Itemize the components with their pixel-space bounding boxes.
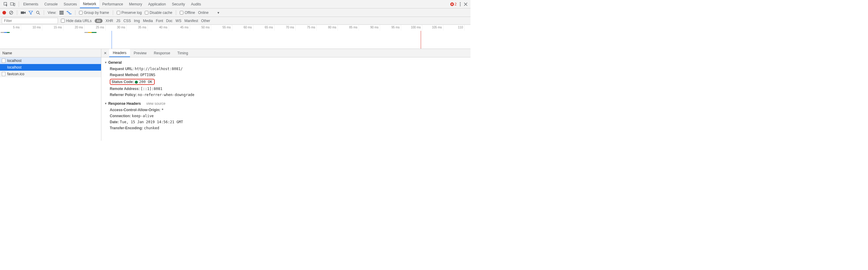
svg-rect-15 <box>67 11 68 12</box>
timeline-tick: 45 ms <box>169 25 190 31</box>
svg-rect-14 <box>59 14 64 15</box>
filter-type-ws[interactable]: WS <box>176 19 181 23</box>
key: Remote Address: <box>110 87 140 91</box>
filter-type-font[interactable]: Font <box>156 19 163 23</box>
request-details: ✕ Headers Preview Response Timing ▼Gener… <box>101 49 470 141</box>
svg-rect-9 <box>21 11 24 14</box>
filter-type-other[interactable]: Other <box>201 19 210 23</box>
timeline-tick: 110 <box>443 25 464 31</box>
close-devtools-icon[interactable] <box>464 2 467 6</box>
timeline-bar <box>1 32 10 33</box>
timeline-tick: 10 ms <box>21 25 42 31</box>
tab-sources[interactable]: Sources <box>61 0 80 8</box>
value: * <box>161 108 163 112</box>
svg-rect-16 <box>68 12 70 13</box>
value: Tue, 15 Jan 2019 14:56:21 GMT <box>120 120 183 124</box>
tab-elements[interactable]: Elements <box>20 0 41 8</box>
key: Status Code: <box>112 80 134 84</box>
filter-type-doc[interactable]: Doc <box>166 19 173 23</box>
view-source-link[interactable]: view source <box>146 102 165 106</box>
request-list-header[interactable]: Name <box>0 49 101 57</box>
hide-data-urls-checkbox[interactable]: Hide data URLs <box>61 19 92 23</box>
view-label: View: <box>48 10 56 15</box>
separator <box>176 10 176 15</box>
tab-memory[interactable]: Memory <box>126 0 145 8</box>
kv-transfer-encoding: Transfer-Encoding: chunked <box>104 125 467 131</box>
section-general-label: General <box>108 60 122 64</box>
filter-type-media[interactable]: Media <box>143 19 153 23</box>
preserve-log-checkbox[interactable]: Preserve log <box>117 10 142 15</box>
device-toggle-icon[interactable] <box>10 2 15 6</box>
filter-type-css[interactable]: CSS <box>123 19 131 23</box>
camera-icon[interactable] <box>21 11 26 15</box>
key: Date: <box>110 120 119 124</box>
tab-headers[interactable]: Headers <box>109 49 130 57</box>
timeline-tick: 95 ms <box>380 25 401 31</box>
section-general[interactable]: ▼General <box>104 59 467 66</box>
network-split-view: Name localhost localhost favicon.ico ✕ H… <box>0 49 470 141</box>
tab-console[interactable]: Console <box>41 0 61 8</box>
request-row[interactable]: favicon.ico <box>0 71 101 77</box>
filter-input[interactable] <box>2 18 58 24</box>
tab-network[interactable]: Network <box>80 0 99 8</box>
tab-response[interactable]: Response <box>150 49 174 57</box>
timeline-domcontent-marker <box>112 31 112 49</box>
section-response-headers[interactable]: ▼Response Headersview source <box>104 100 467 107</box>
timeline-tick: 5 ms <box>0 25 21 31</box>
value: chunked <box>144 126 159 130</box>
waterfall-icon[interactable] <box>67 11 71 15</box>
filter-type-js[interactable]: JS <box>116 19 120 23</box>
details-tabs: ✕ Headers Preview Response Timing <box>101 49 470 57</box>
document-icon <box>2 72 5 76</box>
group-by-frame-checkbox[interactable]: Group by frame <box>79 10 109 15</box>
timeline-bar <box>85 32 96 33</box>
tab-security[interactable]: Security <box>169 0 188 8</box>
timeline-tick: 105 ms <box>422 25 443 31</box>
document-icon <box>2 59 5 63</box>
throttle-dropdown[interactable]: Online▾ <box>198 10 220 15</box>
record-button[interactable] <box>2 11 6 15</box>
svg-line-11 <box>39 13 40 15</box>
tab-timing[interactable]: Timing <box>174 49 192 57</box>
tab-application[interactable]: Application <box>145 0 169 8</box>
filter-type-all[interactable]: All <box>95 19 102 23</box>
separator <box>44 10 44 15</box>
request-name: localhost <box>7 59 22 63</box>
kebab-menu-icon[interactable] <box>460 2 461 6</box>
section-response-headers-label: Response Headers <box>108 102 141 106</box>
tab-preview[interactable]: Preview <box>130 49 150 57</box>
inspect-icon[interactable] <box>4 2 8 6</box>
request-row[interactable]: localhost <box>0 64 101 71</box>
filter-icon[interactable] <box>29 11 33 15</box>
filter-type-img[interactable]: Img <box>134 19 140 23</box>
timeline-tick: 50 ms <box>190 25 211 31</box>
request-row[interactable]: localhost <box>0 57 101 64</box>
large-rows-icon[interactable] <box>59 11 64 15</box>
disable-cache-label: Disable cache <box>150 10 172 15</box>
disable-cache-checkbox[interactable]: Disable cache <box>145 10 172 15</box>
svg-point-4 <box>460 2 461 3</box>
timeline-tick: 75 ms <box>296 25 317 31</box>
clear-icon[interactable] <box>9 10 13 15</box>
request-name: favicon.ico <box>7 72 25 76</box>
value: 200 OK <box>139 80 152 84</box>
key: Referrer Policy: <box>110 93 136 97</box>
svg-rect-17 <box>69 14 71 14</box>
value: keep-alive <box>132 114 154 118</box>
tab-audits[interactable]: Audits <box>188 0 204 8</box>
status-dot-icon <box>135 81 138 84</box>
hide-data-urls-label: Hide data URLs <box>66 19 92 23</box>
tab-performance[interactable]: Performance <box>99 0 126 8</box>
error-count[interactable]: 2 <box>450 2 457 6</box>
filter-type-manifest[interactable]: Manifest <box>184 19 198 23</box>
value: [::1]:8081 <box>141 87 162 91</box>
close-details-icon[interactable]: ✕ <box>101 49 109 57</box>
timeline-tick: 100 ms <box>401 25 422 31</box>
filter-type-xhr[interactable]: XHR <box>105 19 113 23</box>
disclosure-triangle-icon: ▼ <box>104 102 107 105</box>
offline-checkbox[interactable]: Offline <box>180 10 195 15</box>
throttle-value: Online <box>198 10 209 15</box>
kv-connection: Connection: keep-alive <box>104 113 467 119</box>
search-icon[interactable] <box>36 10 40 15</box>
timeline[interactable]: 5 ms 10 ms 15 ms 20 ms 25 ms 30 ms 35 ms… <box>0 25 470 49</box>
